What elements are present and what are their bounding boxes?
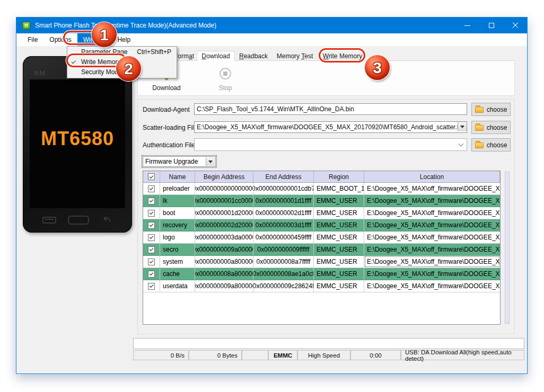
row-checkbox[interactable]	[143, 231, 160, 243]
scatter-file-choose-button[interactable]: choose	[471, 121, 511, 134]
cell-name: system	[160, 256, 195, 268]
statusbar: 0 B/s 0 Bytes EMMC High Speed 0:00 USB: …	[133, 350, 524, 360]
cell-region: EMMC_USER	[314, 207, 364, 219]
row-checkbox[interactable]	[143, 256, 160, 268]
cell-name: cache	[160, 268, 195, 280]
row-checkbox[interactable]	[143, 219, 160, 231]
partition-table: Name Begin Address End Address Region Lo…	[143, 171, 501, 325]
stop-button-label: Stop	[201, 84, 249, 92]
status-bytes: 0 Bytes	[189, 350, 242, 360]
table-row[interactable]: system 0x000000000a800000 0x000000008a7f…	[143, 256, 500, 268]
column-header-name: Name	[160, 171, 195, 182]
table-scrollbar[interactable]	[505, 172, 510, 324]
app-window: Smart Phone Flash Tool(Runtime Trace Mod…	[16, 17, 528, 374]
mode-combo-arrow-icon	[206, 157, 215, 166]
close-button[interactable]	[503, 17, 527, 33]
flash-mode-select[interactable]: Firmware Upgrade	[143, 156, 216, 167]
row-checkbox[interactable]	[143, 207, 160, 219]
cell-location: E:\Doogee_X5_MAX\off_firmware\DOOGEE_X..…	[364, 280, 500, 292]
cell-name: boot	[160, 207, 195, 219]
cell-begin-address: 0x0000000009a00000	[195, 244, 253, 255]
auth-file-combo[interactable]	[194, 138, 467, 151]
row-checkbox[interactable]	[143, 195, 160, 207]
phone-back-icon	[101, 214, 112, 226]
cell-begin-address: 0x000000008a800000	[195, 268, 253, 280]
column-header-end: End Address	[253, 171, 314, 182]
scatter-file-input[interactable]	[194, 121, 467, 133]
phone-menu-icon	[42, 217, 56, 224]
chipset-label: MT6580	[30, 128, 125, 150]
cell-end-address: 0x000000008a7fffff	[253, 256, 314, 268]
cell-location: E:\Doogee_X5_MAX\off_firmware\DOOGEE_X..…	[364, 256, 500, 268]
tab-readback[interactable]: Readback	[235, 51, 272, 61]
download-agent-label: Download-Agent	[143, 106, 190, 113]
cell-end-address: 0x0000000001d1ffff	[253, 195, 314, 207]
select-all-checkbox[interactable]	[143, 171, 160, 182]
column-header-region: Region	[314, 171, 364, 182]
cell-location: E:\Doogee_X5_MAX\off_firmware\DOOGEE_X..…	[364, 268, 500, 280]
stop-button[interactable]: Stop	[201, 64, 249, 94]
table-row[interactable]: cache 0x000000008a800000 0x000000008ae1a…	[143, 268, 500, 280]
row-checkbox[interactable]	[143, 280, 160, 292]
cell-begin-address: 0x000000000a800000	[195, 256, 253, 268]
table-row[interactable]: secro 0x0000000009a00000 0x0000000009fff…	[143, 244, 500, 256]
table-row[interactable]: recovery 0x0000000002d20000 0x0000000003…	[143, 219, 500, 231]
cell-location: E:\Doogee_X5_MAX\off_firmware\DOOGEE_X..…	[364, 219, 500, 231]
table-row[interactable]: userdata 0x000000009a800000 0x000000009c…	[143, 280, 500, 292]
annotation-badge-3: 3	[365, 55, 390, 80]
cell-location: E:\Doogee_X5_MAX\off_firmware\DOOGEE_X..…	[364, 195, 500, 207]
cell-location: E:\Doogee_X5_MAX\off_firmware\DOOGEE_X..…	[364, 231, 500, 243]
download-agent-choose-button[interactable]: choose	[471, 103, 511, 116]
download-agent-input[interactable]	[194, 103, 467, 115]
folder-icon	[475, 125, 484, 131]
screenshot-stage: Smart Phone Flash Tool(Runtime Trace Mod…	[0, 0, 544, 392]
scatter-file-label: Scatter-loading File	[143, 124, 197, 131]
table-row[interactable]: lk 0x0000000001cc0000 0x0000000001d1ffff…	[143, 195, 500, 207]
cell-end-address: 0x000000009c28624f	[253, 280, 314, 292]
status-empty	[242, 350, 268, 360]
menu-file[interactable]: File	[22, 33, 43, 46]
cell-region: EMMC_USER	[314, 268, 364, 280]
annotation-outline-write-memory-tab	[319, 48, 365, 63]
maximize-button[interactable]	[479, 17, 503, 33]
row-checkbox[interactable]	[143, 268, 160, 280]
table-row[interactable]: logo 0x0000000003da0000 0x000000000459ff…	[143, 231, 500, 244]
tab-memory-test[interactable]: Memory Test	[272, 51, 318, 61]
status-storage-type: EMMC	[268, 350, 297, 360]
table-row[interactable]: preloader 0x0000000000000000 0x000000000…	[143, 183, 500, 195]
cell-location: E:\Doogee_X5_MAX\off_firmware\DOOGEE_X..…	[364, 183, 500, 194]
phone-brand-label: BM	[34, 69, 46, 77]
cell-end-address: 0x0000000002d1ffff	[253, 207, 314, 219]
auth-file-label: Authentication File	[143, 141, 195, 149]
cell-region: EMMC_USER	[314, 256, 364, 268]
scatter-combo-arrow-icon[interactable]	[458, 122, 467, 131]
table-header-row: Name Begin Address End Address Region Lo…	[143, 171, 500, 183]
table-row[interactable]: boot 0x0000000001d20000 0x0000000002d1ff…	[143, 207, 500, 219]
row-checkbox[interactable]	[143, 244, 160, 255]
status-usb-speed: High Speed	[297, 350, 350, 360]
tab-download[interactable]: Download	[197, 51, 235, 61]
status-usb-mode: USB: DA Download All(high speed,auto det…	[401, 350, 524, 360]
minimize-button[interactable]	[455, 17, 479, 33]
row-checkbox[interactable]	[143, 183, 160, 194]
phone-screen: MT6580	[30, 79, 125, 208]
phone-nav-bar	[23, 212, 132, 227]
shortcut-label: Ctrl+Shift+P	[137, 48, 171, 56]
cell-begin-address: 0x0000000001cc0000	[195, 195, 253, 207]
cell-begin-address: 0x0000000000000000	[195, 183, 253, 194]
scatter-file-combo[interactable]	[194, 121, 467, 133]
download-button-label: Download	[143, 84, 190, 92]
cell-name: userdata	[160, 280, 195, 292]
stop-icon	[220, 68, 231, 79]
folder-icon	[475, 107, 484, 113]
cell-region: EMMC_USER	[314, 280, 364, 292]
cell-end-address: 0x0000000003d1ffff	[253, 219, 314, 231]
auth-combo-chevron-icon[interactable]	[457, 141, 464, 148]
annotation-badge-1: 1	[92, 22, 117, 47]
cell-name: recovery	[160, 219, 195, 231]
auth-file-input[interactable]	[195, 139, 455, 150]
cell-name: preloader	[160, 183, 195, 194]
cell-region: EMMC_USER	[314, 219, 364, 231]
auth-file-choose-button[interactable]: choose	[471, 138, 511, 152]
phone-home-icon	[68, 216, 89, 225]
